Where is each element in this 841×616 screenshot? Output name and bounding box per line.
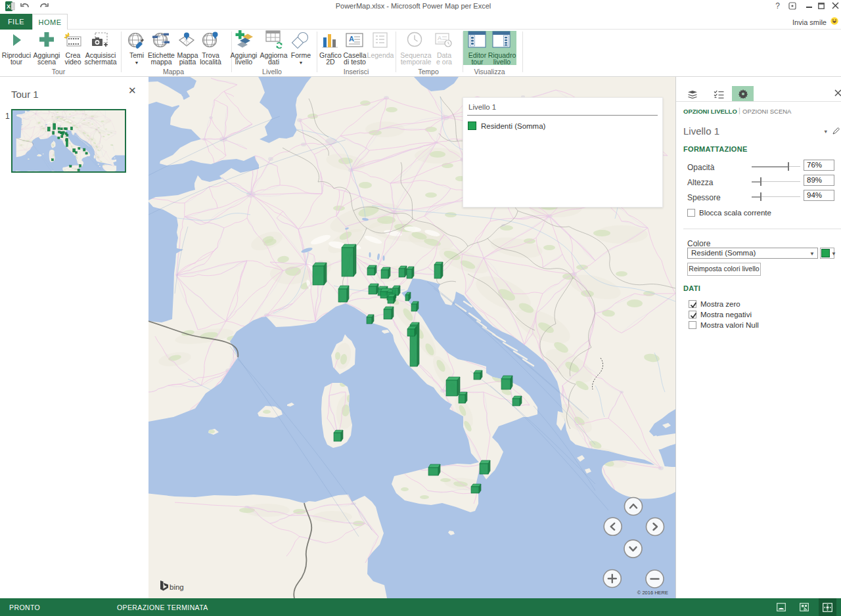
svg-text:© 2016 HERE: © 2016 HERE — [637, 590, 668, 596]
svg-text:bing: bing — [170, 583, 184, 591]
svg-text:A: A — [349, 35, 354, 43]
svg-text:A: A — [438, 35, 442, 41]
